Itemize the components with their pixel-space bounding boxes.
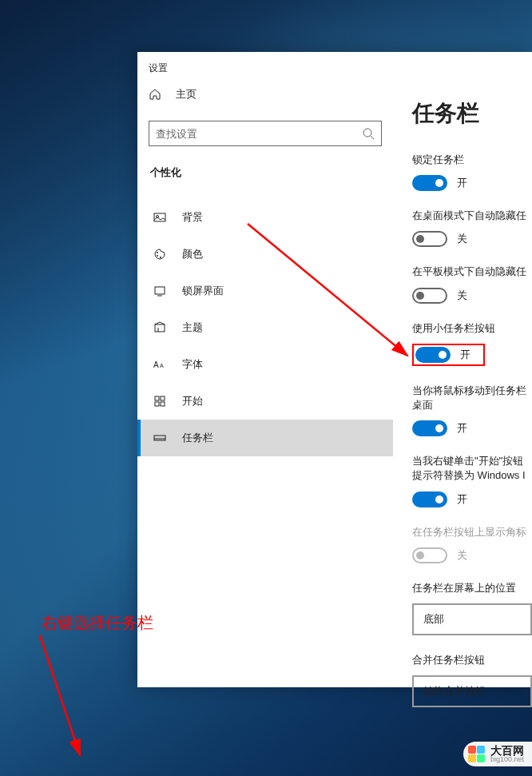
toggle-autohide-desktop[interactable] [412,231,447,247]
svg-point-4 [157,252,158,253]
svg-rect-13 [155,396,159,400]
setting-peek: 当你将鼠标移动到任务栏桌面 开 [412,384,532,436]
nav-label: 开始 [182,394,203,408]
toggle-state-text: 关 [457,548,467,563]
sidebar-item-lockscreen[interactable]: 锁屏界面 [137,273,393,309]
watermark: 大百网 big100.net [463,742,532,766]
svg-rect-7 [155,287,165,294]
nav-label: 背景 [182,210,203,225]
setting-autohide-tablet: 在平板模式下自动隐藏任 关 [412,265,532,303]
sidebar-item-background[interactable]: 背景 [137,199,393,236]
svg-line-1 [371,136,374,139]
setting-autohide-desktop: 在桌面模式下自动隐藏任 关 [412,209,532,247]
sidebar-section-header: 个性化 [137,146,393,186]
svg-rect-9 [155,324,165,332]
sidebar-item-themes[interactable]: 主题 [137,309,393,346]
toggle-state-text: 开 [457,176,467,190]
svg-point-6 [160,257,161,258]
watermark-sub: big100.net [490,756,524,763]
dropdown-combine[interactable]: 始终合并按钮 [412,675,532,707]
nav-label: 字体 [182,357,203,372]
setting-powershell: 当我右键单击"开始"按钮提示符替换为 Windows I 开 [412,454,532,507]
search-icon [362,127,375,143]
setting-label: 在桌面模式下自动隐藏任 [412,209,532,223]
setting-label: 当你将鼠标移动到任务栏桌面 [412,384,532,412]
home-icon [149,88,161,101]
setting-label: 当我右键单击"开始"按钮提示符替换为 Windows I [412,454,532,483]
toggle-peek[interactable] [412,420,447,436]
toggle-state-text: 开 [460,348,470,362]
sidebar: 主页 个性化 背景 颜色 锁屏界面 主题 [137,52,393,687]
sidebar-item-taskbar[interactable]: 任务栏 [137,420,393,456]
annotation-text: 右键选择任务栏 [42,612,153,634]
svg-text:A: A [160,363,164,368]
setting-label: 在任务栏按钮上显示角标 [412,525,532,539]
settings-window: 设置 主页 个性化 背景 颜色 锁屏界 [137,52,532,687]
taskbar-icon [153,432,166,444]
theme-icon [153,321,166,334]
dropdown-position[interactable]: 底部 [412,603,532,635]
picture-icon [153,211,166,224]
toggle-state-text: 关 [457,232,467,246]
setting-label: 任务栏在屏幕上的位置 [412,581,532,595]
toggle-autohide-tablet[interactable] [412,288,447,304]
setting-label: 使用小任务栏按钮 [412,321,532,336]
sidebar-nav: 背景 颜色 锁屏界面 主题 AA 字体 开始 [137,199,393,456]
svg-point-5 [157,255,158,257]
page-title: 任务栏 [412,98,532,129]
sidebar-home[interactable]: 主页 [137,79,393,109]
watermark-logo-icon [468,746,486,763]
svg-rect-17 [154,436,165,440]
svg-point-0 [363,129,371,137]
setting-position: 任务栏在屏幕上的位置 底部 [412,581,532,635]
toggle-badges [412,547,447,563]
watermark-main: 大百网 [490,745,524,756]
toggle-powershell[interactable] [412,491,447,507]
nav-label: 颜色 [182,247,203,261]
svg-rect-15 [155,402,159,406]
svg-rect-16 [161,402,165,406]
toggle-state-text: 开 [457,492,467,507]
setting-label: 锁定任务栏 [412,153,532,167]
palette-icon [153,248,166,261]
sidebar-home-label: 主页 [176,87,197,101]
setting-badges: 在任务栏按钮上显示角标 关 [412,525,532,563]
setting-small-buttons: 使用小任务栏按钮 开 [412,321,532,366]
toggle-state-text: 关 [457,289,467,303]
setting-lock-taskbar: 锁定任务栏 开 [412,153,532,191]
sidebar-item-start[interactable]: 开始 [137,383,393,420]
sidebar-item-colors[interactable]: 颜色 [137,236,393,273]
svg-rect-14 [161,396,165,400]
search-box[interactable] [149,121,382,146]
content-panel: 任务栏 锁定任务栏 开 在桌面模式下自动隐藏任 关 在平板模式下自动隐藏任 关 … [412,52,532,687]
nav-label: 任务栏 [182,431,213,445]
search-input[interactable] [156,128,375,140]
nav-label: 锁屏界面 [182,284,224,298]
start-icon [153,395,166,408]
setting-label: 在平板模式下自动隐藏任 [412,265,532,279]
nav-label: 主题 [182,320,203,335]
setting-label: 合并任务栏按钮 [412,653,532,667]
toggle-state-text: 开 [457,421,467,436]
toggle-small-buttons[interactable] [415,347,451,363]
sidebar-item-fonts[interactable]: AA 字体 [137,346,393,383]
setting-combine: 合并任务栏按钮 始终合并按钮 [412,653,532,707]
lockscreen-icon [153,285,166,297]
svg-text:A: A [153,360,159,369]
toggle-lock-taskbar[interactable] [412,175,447,191]
highlight-box: 开 [412,344,485,366]
font-icon: AA [153,358,166,371]
svg-rect-2 [154,213,165,221]
